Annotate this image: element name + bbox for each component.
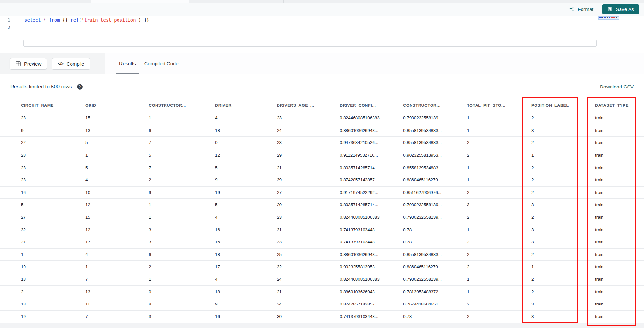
table-cell: 4 [85,178,149,182]
table-cell: 2 [531,165,595,170]
table-cell: 3 [149,227,215,232]
active-file-tab[interactable] [91,0,189,3]
table-cell: 0.7930232558139... [403,215,467,220]
table-row: 281512290.9112149532710...0.902325581395… [0,149,644,162]
table-cell: 12 [85,227,149,232]
results-limit-message: Results limited to 500 rows. [10,84,73,90]
table-cell: 23 [0,115,85,120]
table-cell: 0.8035714285714... [340,202,403,207]
table-cell: 33 [277,240,340,244]
table-cell: 23 [0,165,85,170]
line-number-gutter: 1 2 [0,16,15,31]
table-cell: train [595,264,644,269]
table-cell: 17 [85,240,149,244]
table-cell: 27 [0,215,85,220]
table-cell: 34 [277,302,340,306]
column-header: POSITION_LABEL [531,103,595,108]
table-cell: 1 [85,264,149,269]
table-cell: 1 [467,115,531,120]
table-cell: 12 [85,202,149,207]
table-cell: 0.8860103626943... [340,128,403,133]
code-token: ) [138,17,141,23]
tab-compiled-code[interactable]: Compiled Code [140,53,183,74]
table-cell: 9 [215,302,277,306]
table-cell: train [595,115,644,120]
table-cell: 0.8558139534883... [403,140,467,145]
table-cell: 0.78 [403,227,467,232]
table-cell: 1 [467,227,531,232]
table-cell: 3 [531,240,595,244]
table-row: 191217320.9023255813953...0.886046511627… [0,261,644,273]
table-cell: 23 [0,178,85,182]
table-cell: 2 [467,215,531,220]
tab-divider [91,0,91,3]
help-icon[interactable]: ? [77,84,83,90]
table-cell: 7 [85,277,149,282]
download-csv-link[interactable]: Download CSV [600,84,634,90]
table-cell: 27 [0,240,85,244]
table-cell: 0.9473684210526... [340,140,403,145]
table-cell: 16 [0,190,85,195]
table-row: 271514230.8244680851063830.7930232558139… [0,211,644,224]
table-cell: 32 [0,227,85,232]
tab-results[interactable]: Results [115,53,140,74]
table-cell: 0.7813953488372... [403,289,467,294]
current-line-highlight [23,40,597,47]
table-cell: 2 [467,153,531,158]
table-cell: 2 [531,277,595,282]
table-cell: 1 [467,277,531,282]
code-area[interactable]: select * from {{ ref('train_test_positio… [24,17,596,23]
table-cell: 32 [277,264,340,269]
compile-button[interactable]: </> Compile [52,58,90,70]
table-cell: 0.7413793103448... [340,240,403,244]
table-cell: train [595,227,644,232]
table-cell: 0.8511627906976... [403,190,467,195]
table-row: 18714240.8244680851063830.7930232558139.… [0,273,644,286]
table-cell: 0.8860465116279... [403,264,467,269]
table-cell: 9 [149,190,215,195]
sql-editor[interactable]: 1 2 select * from {{ ref('train_test_pos… [0,16,644,53]
preview-button[interactable]: Preview [10,58,47,70]
table-cell: 19 [0,314,85,319]
table-cell: 18 [0,302,85,306]
table-cell: 5 [0,202,85,207]
table-cell: 1 [467,178,531,182]
preview-label: Preview [24,61,41,67]
table-cell: 0 [215,140,277,145]
table-cell: train [595,178,644,182]
table-cell: 2 [531,289,595,294]
code-token: from [49,17,60,23]
save-as-button[interactable]: Save As [602,4,639,14]
table-cell: 2 [467,264,531,269]
table-cell: 0.824468085106383 [340,277,403,282]
table-cell: 1 [467,165,531,170]
table-cell: 18 [215,128,277,133]
table-cell: 2 [467,314,531,319]
code-token: select [24,17,41,23]
table-cell: train [595,165,644,170]
table-cell: 0.9023255813953... [340,264,403,269]
table-cell: 2 [467,252,531,257]
table-grid-icon [15,61,21,67]
table-cell: 0.8558139534883... [403,165,467,170]
column-header: TOTAL_PIT_STO... [467,103,531,108]
table-cell: 23 [277,215,340,220]
table-cell: 0.78 [403,240,467,244]
table-row: 23575210.8035714285714...0.8558139534883… [0,161,644,174]
table-body: 231514230.8244680851063830.7930232558139… [0,112,644,323]
table-cell: 7 [149,165,215,170]
table-cell: 19 [215,190,277,195]
table-row: 197316300.7413793103448...0.7823train [0,311,644,323]
table-cell: 4 [215,215,277,220]
action-bar: Preview </> Compile ResultsCompiled Code [0,53,644,74]
table-row: 22570230.9473684210526...0.8558139534883… [0,137,644,149]
editor-toolbar: Format Save As [0,3,644,16]
code-token [41,17,43,23]
table-cell: 2 [531,115,595,120]
table-cell: 3 [531,202,595,207]
editor-minimap[interactable] [598,16,642,39]
code-token: ( [79,17,81,23]
code-line[interactable]: select * from {{ ref('train_test_positio… [24,17,596,23]
format-button[interactable]: Format [569,6,593,12]
table-cell: 4 [215,115,277,120]
